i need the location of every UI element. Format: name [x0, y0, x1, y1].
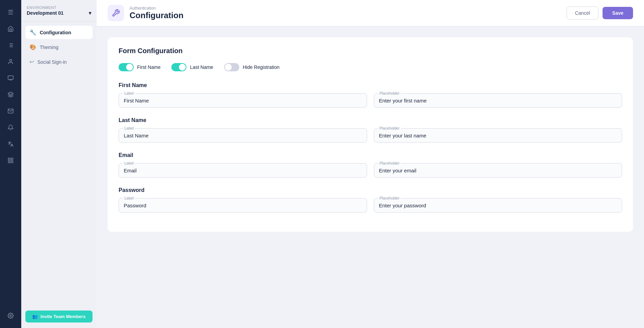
toggle-hidereg-group: Hide Registration — [224, 63, 279, 71]
email-placeholder-fieldlabel: Placeholder — [378, 161, 401, 165]
last-name-placeholder-fieldlabel: Placeholder — [378, 126, 401, 130]
svg-point-12 — [10, 315, 12, 317]
save-button[interactable]: Save — [603, 7, 633, 19]
toggle-firstname[interactable] — [119, 63, 134, 71]
sidebar-item-label: Theming — [40, 45, 58, 50]
first-name-label-field: Label — [119, 93, 367, 108]
email-section: Email Label Placeholder — [119, 152, 622, 178]
header-breadcrumb: Authentication — [130, 6, 183, 11]
card-title: Form Configuration — [119, 47, 622, 55]
password-placeholder-fieldlabel: Placeholder — [378, 196, 401, 200]
first-name-title: First Name — [119, 82, 622, 88]
palette-icon: 🎨 — [29, 44, 36, 50]
email-row: Label Placeholder — [119, 163, 622, 178]
password-label-fieldlabel: Label — [123, 196, 135, 200]
home-icon[interactable] — [4, 22, 17, 36]
first-name-label-fieldlabel: Label — [123, 91, 135, 95]
first-name-placeholder-field: Placeholder — [374, 93, 622, 108]
environment-selector[interactable]: Environment Development 01 ▾ — [21, 0, 97, 22]
first-name-placeholder-input[interactable] — [379, 96, 617, 104]
wrench-icon: 🔧 — [29, 29, 36, 36]
mail-icon[interactable] — [4, 104, 17, 118]
email-placeholder-input[interactable] — [379, 166, 617, 173]
password-label-input[interactable] — [124, 201, 362, 208]
cancel-button[interactable]: Cancel — [567, 7, 599, 20]
toggle-hidereg-label: Hide Registration — [243, 64, 279, 70]
user-icon[interactable] — [4, 55, 17, 69]
toggle-lastname-group: Last Name — [171, 63, 213, 71]
form-config-card: Form Configuration First Name Last Name — [108, 37, 633, 232]
last-name-title: Last Name — [119, 117, 622, 123]
last-name-row: Label Placeholder — [119, 128, 622, 143]
password-section: Password Label Placeholder — [119, 187, 622, 212]
sidebar-item-configuration[interactable]: 🔧 Configuration — [25, 26, 93, 39]
sidebar-menu: 🔧 Configuration 🎨 Theming ↩ Social Sign-… — [21, 22, 97, 311]
env-label: Environment — [27, 5, 91, 10]
bell-icon[interactable] — [4, 121, 17, 134]
header-titles: Authentication Configuration — [130, 6, 183, 20]
header-actions: Cancel Save — [567, 7, 633, 20]
first-name-row: Label Placeholder — [119, 93, 622, 108]
invite-icon: 👥 — [32, 314, 38, 319]
svg-rect-10 — [11, 161, 13, 163]
password-label-field: Label — [119, 198, 367, 212]
toggle-lastname[interactable] — [171, 63, 186, 71]
content-area: Form Configuration First Name Last Name — [97, 26, 644, 328]
svg-point-6 — [10, 59, 12, 61]
sidebar-item-label: Social Sign-in — [37, 59, 67, 65]
sidebar-item-social-signin[interactable]: ↩ Social Sign-in — [25, 55, 93, 69]
last-name-placeholder-field: Placeholder — [374, 128, 622, 143]
password-placeholder-field: Placeholder — [374, 198, 622, 212]
last-name-label-field: Label — [119, 128, 367, 143]
signin-icon: ↩ — [29, 59, 34, 65]
sidebar: Environment Development 01 ▾ 🔧 Configura… — [21, 0, 97, 328]
env-name[interactable]: Development 01 ▾ — [27, 10, 91, 16]
widgets-icon[interactable] — [4, 154, 17, 167]
toggle-lastname-label: Last Name — [190, 64, 213, 70]
svg-rect-7 — [8, 76, 13, 80]
email-title: Email — [119, 152, 622, 158]
email-label-fieldlabel: Label — [123, 161, 135, 165]
email-placeholder-field: Placeholder — [374, 163, 622, 178]
last-name-section: Last Name Label Placeholder — [119, 117, 622, 143]
chevron-down-icon: ▾ — [89, 10, 91, 16]
sidebar-bottom: 👥 Invite Team Members — [21, 311, 97, 323]
svg-rect-8 — [8, 158, 10, 160]
header-icon — [108, 5, 124, 21]
last-name-label-input[interactable] — [124, 131, 362, 138]
first-name-label-input[interactable] — [124, 96, 362, 104]
translate-icon[interactable] — [4, 137, 17, 151]
sidebar-item-theming[interactable]: 🎨 Theming — [25, 40, 93, 54]
nav-bar: ☰ — [0, 0, 21, 328]
page-title: Configuration — [130, 11, 183, 20]
first-name-placeholder-fieldlabel: Placeholder — [378, 91, 401, 95]
page-header: Authentication Configuration Cancel Save — [97, 0, 644, 26]
last-name-placeholder-input[interactable] — [379, 131, 617, 138]
email-label-field: Label — [119, 163, 367, 178]
toggle-firstname-group: First Name — [119, 63, 160, 71]
toggle-hidereg[interactable] — [224, 63, 239, 71]
main-area: Authentication Configuration Cancel Save… — [97, 0, 644, 328]
list-icon[interactable] — [4, 38, 17, 52]
badge-icon[interactable] — [4, 71, 17, 85]
toggles-row: First Name Last Name Hide Registration — [119, 63, 622, 71]
password-placeholder-input[interactable] — [379, 201, 617, 208]
email-label-input[interactable] — [124, 166, 362, 173]
password-title: Password — [119, 187, 622, 193]
toggle-firstname-label: First Name — [137, 64, 160, 70]
menu-icon[interactable]: ☰ — [4, 5, 17, 19]
last-name-label-fieldlabel: Label — [123, 126, 135, 130]
invite-team-members-button[interactable]: 👥 Invite Team Members — [25, 311, 93, 323]
svg-rect-11 — [8, 161, 10, 163]
settings-icon[interactable] — [4, 309, 17, 323]
svg-rect-9 — [11, 158, 13, 160]
stack-icon[interactable] — [4, 88, 17, 101]
header-left: Authentication Configuration — [108, 5, 183, 21]
first-name-section: First Name Label Placeholder — [119, 82, 622, 108]
password-row: Label Placeholder — [119, 198, 622, 212]
sidebar-item-label: Configuration — [40, 30, 71, 35]
